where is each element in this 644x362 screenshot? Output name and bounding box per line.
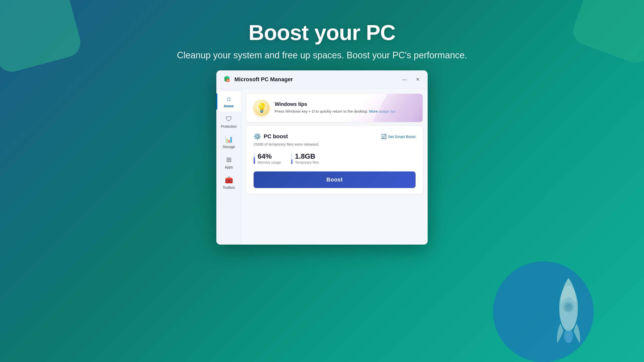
- sidebar-item-toolbox[interactable]: 🧰 Toolbox: [216, 173, 241, 193]
- sidebar-item-apps[interactable]: ⊞ Apps: [216, 152, 241, 173]
- temp-bar-fill: [291, 159, 293, 164]
- bg-decoration-tl: [0, 0, 84, 75]
- page-title: Boost your PC: [177, 20, 467, 45]
- memory-label: Memory usage: [258, 160, 281, 164]
- boost-card: ⚙️ PC boost 🔄 Set Smart Boost 23MB of te…: [247, 126, 423, 194]
- sidebar-storage-label: Storage: [223, 145, 235, 149]
- memory-stats: 64% Memory usage: [258, 152, 281, 164]
- title-bar: M Microsoft PC Manager — ✕: [216, 70, 428, 89]
- sidebar-item-home[interactable]: ⌂ Home: [216, 91, 241, 112]
- memory-bar: [254, 153, 255, 164]
- memory-value: 64%: [258, 152, 281, 160]
- bg-decoration-tr: [569, 0, 644, 67]
- memory-bar-container: 64% Memory usage: [254, 152, 281, 164]
- app-window-title: Microsoft PC Manager: [234, 76, 400, 83]
- apps-icon: ⊞: [226, 156, 232, 164]
- window-controls: — ✕: [400, 76, 422, 83]
- content-area: 💡 Windows tips Press Windows key + D to …: [242, 89, 428, 245]
- temp-bar-container: 1.8GB Temporary files: [291, 152, 319, 164]
- pc-boost-icon: ⚙️: [254, 133, 261, 140]
- tips-lightbulb-icon: 💡: [254, 100, 270, 116]
- temp-bar: [291, 153, 293, 164]
- temp-stats: 1.8GB Temporary files: [295, 152, 319, 164]
- app-window: M Microsoft PC Manager — ✕ ⌂ Home 🛡 Prot…: [216, 70, 428, 245]
- stats-row: 64% Memory usage 1.8GB Temp: [254, 152, 416, 165]
- minimize-button[interactable]: —: [400, 76, 409, 83]
- tips-card: 💡 Windows tips Press Windows key + D to …: [247, 94, 423, 122]
- rocket-illustration: [543, 268, 594, 349]
- sidebar-item-protection[interactable]: 🛡 Protection: [216, 112, 241, 132]
- stat-temp-files: 1.8GB Temporary files: [291, 152, 319, 165]
- home-icon: ⌂: [227, 95, 231, 103]
- boost-title-row: ⚙️ PC boost: [254, 133, 288, 140]
- sidebar-home-label: Home: [224, 104, 234, 108]
- sidebar: ⌂ Home 🛡 Protection 📊 Storage ⊞ Apps 🧰 T…: [216, 89, 242, 245]
- tips-body-text: Press Windows key + D to quickly return …: [275, 109, 368, 113]
- page-header: Boost your PC Cleanup your system and fr…: [177, 20, 467, 61]
- page-subtitle: Cleanup your system and free up spaces. …: [177, 50, 467, 61]
- set-smart-boost-link[interactable]: 🔄 Set Smart Boost: [381, 134, 416, 139]
- sidebar-toolbox-label: Toolbox: [223, 186, 235, 190]
- boost-subtitle: 23MB of temporary files were released.: [254, 142, 416, 146]
- boost-button[interactable]: Boost: [254, 171, 416, 188]
- temp-label: Temporary files: [295, 160, 319, 164]
- sidebar-protection-label: Protection: [221, 124, 237, 128]
- smart-boost-circle-icon: 🔄: [381, 134, 387, 139]
- svg-text:M: M: [227, 80, 229, 82]
- sidebar-apps-label: Apps: [225, 165, 233, 169]
- temp-value: 1.8GB: [295, 152, 319, 160]
- tips-card-bg-decoration: [372, 94, 423, 122]
- app-logo: M: [222, 75, 231, 84]
- app-body: ⌂ Home 🛡 Protection 📊 Storage ⊞ Apps 🧰 T…: [216, 89, 428, 245]
- svg-point-2: [565, 304, 572, 310]
- boost-title: PC boost: [264, 133, 288, 140]
- storage-icon: 📊: [225, 135, 233, 143]
- close-button[interactable]: ✕: [414, 76, 422, 83]
- toolbox-icon: 🧰: [225, 176, 233, 184]
- svg-point-4: [566, 333, 571, 343]
- boost-header: ⚙️ PC boost 🔄 Set Smart Boost: [254, 133, 416, 140]
- sidebar-item-storage[interactable]: 📊 Storage: [216, 132, 241, 152]
- shield-icon: 🛡: [226, 115, 232, 123]
- tips-title: Windows tips: [275, 101, 396, 107]
- smart-boost-label: Set Smart Boost: [388, 134, 416, 139]
- memory-bar-fill: [254, 157, 255, 164]
- stat-memory: 64% Memory usage: [254, 152, 281, 165]
